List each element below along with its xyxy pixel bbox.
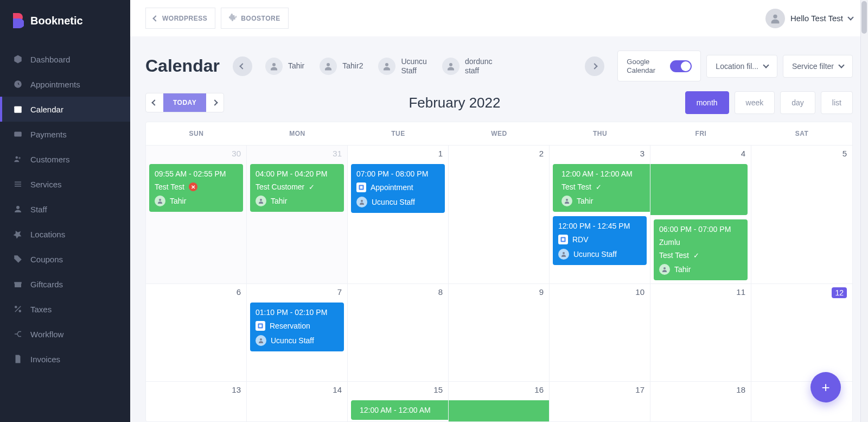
scrollbar[interactable] [860,0,868,422]
calendar-event[interactable] [449,400,549,422]
calendar-event[interactable]: 12:00 AM - 12:00 AMTest Test✓Tahir [553,164,650,212]
list-icon [13,179,23,189]
calendar-event[interactable]: 12:00 PM - 12:45 PMRDVUcuncu Staff [553,216,647,265]
sidebar-item-calendar[interactable]: Calendar [0,97,130,122]
calendar-cell[interactable]: 9 [449,284,550,382]
calendar-cell[interactable]: 701:10 PM - 02:10 PMReservationUcuncu St… [247,284,348,382]
calendar-cell[interactable]: 312:00 AM - 12:00 AMTest Test✓Tahir12:00… [550,146,650,284]
calendar-cell[interactable]: 16 [449,382,550,422]
today-button[interactable]: TODAY [163,93,206,112]
day-number: 10 [635,287,644,297]
svg-point-24 [566,199,568,201]
calendar-cell[interactable]: 5 [751,146,852,284]
day-number: 1 [438,149,443,158]
calendar-day-header: WED [449,122,550,146]
status-rejected-icon: ✕ [189,182,197,191]
sidebar-item-giftcards[interactable]: Giftcards [0,272,130,297]
chevron-left-icon [152,15,158,21]
svg-rect-8 [15,186,21,187]
calendar-cell[interactable]: 406:00 PM - 07:00 PMZumluTest Test✓Tahir [650,146,751,284]
calendar-event[interactable]: 12:00 AM - 12:00 AM [351,400,448,420]
sidebar-item-label: Workflow [30,330,63,339]
calendar-cell[interactable]: 8 [348,284,449,382]
svg-point-23 [361,200,363,202]
event-title: Test Test [561,182,591,191]
sidebar-item-dashboard[interactable]: Dashboard [0,47,130,72]
staff-chip[interactable]: dorduncstaff [442,57,493,75]
calendar-cell[interactable]: 6 [146,284,247,382]
avatar [378,58,395,75]
brand-logo-icon [11,13,24,28]
google-calendar-toggle[interactable] [670,60,692,72]
sidebar-item-label: Coupons [30,255,63,264]
event-staff-row: Tahir [659,264,742,275]
calendar-event[interactable]: 04:00 PM - 04:20 PMTest Customer✓Tahir [250,164,344,212]
staff-chip[interactable]: UcuncuStaff [378,57,426,75]
calendar-day-header: MON [247,122,348,146]
svg-rect-10 [15,284,21,288]
sidebar-item-staff[interactable]: Staff [0,197,130,222]
calendar-cell[interactable]: 14 [247,382,348,422]
status-approved-icon: ✓ [596,183,602,191]
cal-next-button[interactable] [206,95,224,110]
calendar-event[interactable]: 01:10 PM - 02:10 PMReservationUcuncu Sta… [250,303,344,351]
event-time: 01:10 PM - 02:10 PM [256,308,339,317]
staff-chip[interactable]: Tahir2 [320,58,363,75]
breadcrumb-boostore[interactable]: Boostore [221,8,288,29]
calendar-cell[interactable]: 11 [650,284,751,382]
sidebar-item-services[interactable]: Services [0,172,130,197]
sidebar-item-taxes[interactable]: Taxes [0,297,130,322]
calendar-event[interactable]: 09:55 AM - 02:55 PMTest Test✕Tahir [149,164,243,212]
sidebar-item-customers[interactable]: Customers [0,147,130,172]
breadcrumb-wordpress[interactable]: WORDPRESS [145,8,215,29]
sidebar-item-payments[interactable]: Payments [0,122,130,147]
calendar-cell[interactable]: 3104:00 PM - 04:20 PMTest Customer✓Tahir [247,146,348,284]
svg-point-14 [773,14,777,18]
sidebar-item-locations[interactable]: Locations [0,222,130,247]
user-menu[interactable]: Hello Test Test [765,9,853,28]
location-filter[interactable]: Location fil... [706,55,777,78]
calendar-cell[interactable]: 13 [146,382,247,422]
calendar-cell[interactable]: 2 [449,146,550,284]
avatar [356,197,367,207]
scrollbar-thumb[interactable] [861,1,867,34]
event-title-row: Test Test✓ [659,251,742,260]
view-month[interactable]: month [685,91,729,114]
view-week[interactable]: week [735,91,775,114]
svg-point-13 [19,310,22,313]
sidebar-item-coupons[interactable]: Coupons [0,247,130,272]
service-filter[interactable]: Service filter [783,55,853,78]
day-number: 9 [539,287,544,297]
google-calendar-label: Google Calendar [627,58,665,74]
avatar [256,335,266,346]
file-icon [13,354,23,364]
calendar-controls: TODAY February 2022 month week day list [130,87,868,122]
google-calendar-icon [356,182,366,192]
sidebar-item-invoices[interactable]: Invoices [0,347,130,371]
calendar-cell[interactable]: 107:00 PM - 08:00 PMAppointmentUcuncu St… [348,146,449,284]
users-icon [13,154,23,164]
staff-prev-button[interactable] [233,56,252,76]
day-number: 8 [438,287,443,297]
sidebar-item-workflow[interactable]: Workflow [0,322,130,347]
calendar-cell[interactable]: 18 [650,382,751,422]
view-list[interactable]: list [821,91,853,114]
sidebar-item-appointments[interactable]: Appointments [0,72,130,97]
sidebar-item-label: Dashboard [30,55,70,64]
view-day[interactable]: day [780,91,815,114]
cal-prev-button[interactable] [146,95,163,110]
calendar-event[interactable]: 06:00 PM - 07:00 PMZumluTest Test✓Tahir [654,219,748,280]
event-title: Test Customer [256,182,304,191]
calendar-cell[interactable]: 12 [751,284,852,382]
add-button[interactable]: + [810,372,841,402]
event-title-row: Test Test✓ [561,182,644,191]
calendar-cell[interactable]: 1512:00 AM - 12:00 AM [348,382,449,422]
svg-point-17 [385,63,388,66]
calendar-event[interactable]: 07:00 PM - 08:00 PMAppointmentUcuncu Sta… [351,164,445,213]
calendar-cell[interactable]: 3009:55 AM - 02:55 PMTest Test✕Tahir [146,146,247,284]
calendar-event[interactable] [650,164,748,215]
calendar-cell[interactable]: 10 [550,284,650,382]
staff-chip[interactable]: Tahir [265,58,304,75]
calendar-cell[interactable]: 17 [550,382,650,422]
staff-next-button[interactable] [585,56,604,76]
